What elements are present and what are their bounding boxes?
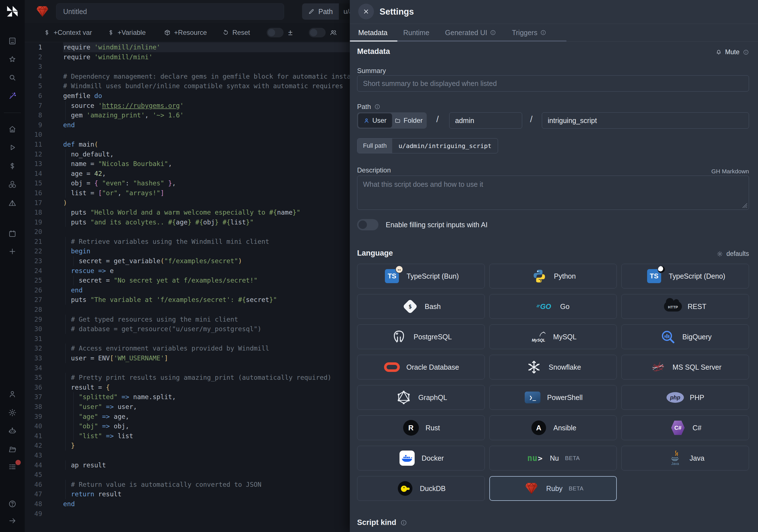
- folder-icon: [395, 118, 400, 124]
- language-card-c-[interactable]: C#C#: [621, 415, 749, 440]
- wand-icon: [8, 91, 17, 100]
- code-line: 11def main(: [25, 140, 350, 150]
- powershell-icon: ❯_: [524, 388, 541, 407]
- prism-icon: [8, 199, 17, 207]
- code-line: 2require 'windmill/mini': [25, 52, 350, 62]
- language-card-go[interactable]: GOGo: [489, 294, 617, 319]
- sidebar-item-account[interactable]: [8, 390, 17, 398]
- windmill-logo[interactable]: [6, 5, 19, 18]
- path-button[interactable]: Path u/a: [302, 3, 350, 20]
- sidebar-item-folders[interactable]: [8, 445, 17, 454]
- add-resource-button[interactable]: +Resource: [164, 29, 207, 37]
- sidebar-item-search[interactable]: [8, 73, 17, 82]
- beta-badge: BETA: [569, 485, 584, 492]
- add-context-var-button[interactable]: +Context var: [44, 29, 92, 37]
- code-line: 44 ap result: [25, 460, 350, 470]
- apps-icon: [8, 37, 17, 45]
- summary-input[interactable]: [357, 75, 749, 91]
- path-separator: /: [530, 114, 533, 124]
- language-card-powershell[interactable]: ❯_PowerShell: [489, 385, 617, 410]
- user-segment[interactable]: User: [358, 114, 392, 127]
- language-card-ansible[interactable]: AAnsible: [489, 415, 617, 440]
- line-number: 47: [25, 489, 42, 499]
- language-card-duckdb[interactable]: DuckDB: [357, 476, 485, 501]
- language-defaults-button[interactable]: defaults: [717, 250, 749, 258]
- sidebar-item-resources[interactable]: [8, 180, 17, 189]
- csharp-icon: C#: [669, 419, 687, 437]
- language-card-typescript-deno-[interactable]: TSTypeScript (Deno): [621, 264, 749, 289]
- svg-text:>: >: [538, 454, 542, 463]
- language-card-rust[interactable]: RRust: [357, 415, 485, 440]
- language-card-mysql[interactable]: MySQLMySQL: [489, 324, 617, 349]
- tab-triggers[interactable]: Triggers: [512, 29, 546, 37]
- language-card-oracle-database[interactable]: Oracle Database: [357, 355, 485, 379]
- mute-button[interactable]: Mute: [716, 48, 749, 56]
- sidebar-item-workers[interactable]: [8, 427, 17, 435]
- sidebar-item-audit-logs[interactable]: [8, 463, 17, 471]
- language-card-nu[interactable]: nu>NuBETA: [489, 446, 617, 471]
- language-card-bigquery[interactable]: BigQuery: [621, 324, 749, 349]
- sidebar-item-variables[interactable]: [8, 162, 17, 170]
- line-number: 30: [25, 324, 42, 334]
- sidebar-item-runs[interactable]: [8, 143, 17, 152]
- multiplayer-toggle[interactable]: [309, 28, 326, 37]
- sidebar-item-favorites[interactable]: [8, 55, 17, 64]
- graphql-icon: [395, 388, 413, 407]
- svg-text:Java: Java: [671, 462, 679, 466]
- language-card-rest[interactable]: HTTPREST: [621, 294, 749, 319]
- language-card-graphql[interactable]: GraphQL: [357, 385, 485, 410]
- sidebar-item-triggers[interactable]: [8, 199, 17, 207]
- code-line: 4# Dependency management: declare gems i…: [25, 72, 350, 82]
- line-number: 22: [25, 246, 42, 256]
- sidebar-item-create[interactable]: [8, 247, 17, 256]
- sidebar-item-ai-wand[interactable]: [8, 91, 17, 100]
- language-card-java[interactable]: JavaJava: [621, 446, 749, 471]
- language-card-docker[interactable]: Docker: [357, 446, 485, 471]
- dollar-icon: [8, 162, 17, 170]
- language-card-bash[interactable]: $Bash: [357, 294, 485, 319]
- oracle-icon: [383, 358, 401, 376]
- code-line: 42 }: [25, 441, 350, 450]
- sidebar-item-collapse[interactable]: [8, 516, 17, 525]
- ai-fill-toggle[interactable]: [357, 219, 378, 230]
- sidebar-item-help[interactable]: [8, 500, 17, 508]
- robot-icon: [8, 427, 17, 435]
- add-variable-button[interactable]: +Variable: [108, 29, 146, 37]
- rest-icon: HTTP: [664, 298, 682, 315]
- code-editor[interactable]: 1require 'windmill/inline'2require 'wind…: [25, 42, 350, 532]
- path-owner-kind-segmented: User Folder: [357, 112, 427, 129]
- docker-icon: [398, 449, 416, 467]
- language-card-typescript-bun-[interactable]: TSTypeScript (Bun): [357, 264, 485, 289]
- folder-segment[interactable]: Folder: [392, 114, 426, 127]
- path-owner-input[interactable]: [449, 112, 522, 129]
- path-name-input[interactable]: [542, 112, 749, 129]
- script-title-input[interactable]: [56, 3, 284, 20]
- help-icon: [8, 500, 17, 508]
- diff-toggle[interactable]: [267, 28, 284, 37]
- line-number: 24: [25, 266, 42, 276]
- sidebar-item-apps[interactable]: [8, 37, 17, 45]
- language-card-ruby[interactable]: RubyBETA: [489, 476, 617, 501]
- line-number: 6: [25, 91, 42, 101]
- language-card-snowflake[interactable]: Snowflake: [489, 355, 617, 379]
- description-textarea[interactable]: [357, 176, 749, 210]
- tab-generated-ui[interactable]: Generated UI: [445, 29, 496, 37]
- bell-icon: [716, 49, 722, 55]
- pencil-icon: [308, 9, 314, 15]
- language-card-ms-sql-server[interactable]: MS SQL Server: [621, 355, 749, 379]
- sidebar-item-workspace-settings[interactable]: [8, 408, 17, 417]
- editor-toolbar: +Context var +Variable +Resource Reset ±: [25, 23, 350, 42]
- svg-text:nu: nu: [527, 453, 537, 463]
- language-section-title: Language: [357, 249, 393, 258]
- line-number: 39: [25, 412, 42, 422]
- tab-metadata[interactable]: Metadata: [358, 29, 388, 37]
- language-card-python[interactable]: Python: [489, 264, 617, 289]
- close-button[interactable]: [358, 4, 374, 19]
- sidebar-item-home[interactable]: [8, 125, 17, 133]
- sidebar-item-schedules[interactable]: [8, 230, 17, 238]
- reset-button[interactable]: Reset: [222, 29, 250, 37]
- language-card-postgresql[interactable]: PostgreSQL: [357, 324, 485, 349]
- tab-scrollbar-thumb[interactable]: [397, 40, 567, 42]
- language-card-php[interactable]: phpPHP: [621, 385, 749, 410]
- tab-runtime[interactable]: Runtime: [403, 29, 429, 37]
